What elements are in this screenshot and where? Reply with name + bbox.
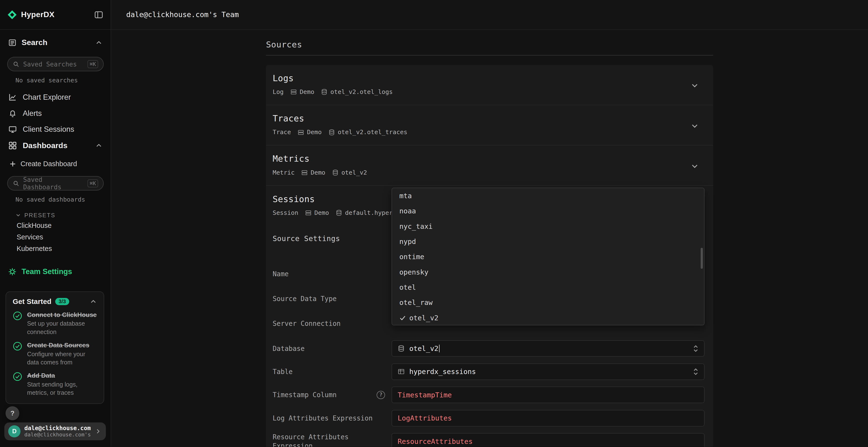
brand-name: HyperDX — [21, 10, 90, 19]
chevron-up-icon — [95, 39, 102, 46]
source-section-metrics[interactable]: Metrics Metric Demo otel_v2 — [266, 145, 713, 186]
dropdown-scrollbar[interactable] — [701, 248, 703, 269]
server-icon — [290, 89, 297, 95]
get-started-item[interactable]: Create Data Sources Configure where your… — [13, 341, 97, 367]
dropdown-option[interactable]: noaa — [392, 204, 704, 219]
connection-chip: Demo — [301, 169, 325, 176]
create-dashboard-label: Create Dashboard — [21, 160, 77, 168]
monitor-icon — [8, 125, 17, 134]
sidebar-item-alerts[interactable]: Alerts — [0, 105, 111, 122]
divider — [266, 55, 713, 56]
source-type: Trace — [273, 128, 291, 136]
check-circle-icon — [13, 341, 23, 367]
source-section-logs[interactable]: Logs Log Demo otel_v2.otel_logs — [266, 65, 713, 105]
preset-label: Kubernetes — [17, 245, 52, 253]
sidebar-collapse-icon[interactable] — [94, 10, 103, 19]
help-button[interactable]: ? — [5, 406, 19, 420]
dropdown-option[interactable]: mta — [392, 188, 704, 203]
search-icon — [13, 180, 20, 187]
sidebar-item-team-settings[interactable]: Team Settings — [0, 263, 111, 280]
dropdown-option[interactable]: otel_raw — [392, 295, 704, 310]
preset-label: ClickHouse — [17, 221, 52, 230]
log-attributes-value: LogAttributes — [398, 414, 452, 422]
option-label: otel_v2 — [409, 314, 438, 322]
server-icon — [305, 209, 312, 216]
source-title: Metrics — [273, 153, 705, 164]
server-icon — [298, 129, 304, 136]
gear-icon — [8, 268, 17, 276]
dropdown-option-selected[interactable]: otel_v2 — [392, 310, 704, 325]
sources-card: Logs Log Demo otel_v2.otel_logs — [266, 65, 713, 447]
get-started-header[interactable]: Get Started 3/3 — [13, 298, 97, 306]
dropdown-option[interactable]: ontime — [392, 249, 704, 265]
check-circle-icon — [13, 311, 23, 336]
search-section-icon — [8, 38, 17, 47]
connection-name: Demo — [314, 209, 329, 217]
no-saved-dashboards-text: No saved dashboards — [0, 196, 111, 203]
option-label: nypd — [399, 238, 416, 246]
nav-label: Client Sessions — [23, 125, 74, 134]
chevron-down-icon[interactable] — [690, 81, 699, 90]
get-started-item-title: Add Data — [27, 371, 97, 380]
saved-dashboards-input[interactable]: Saved Dashboards ⌘K — [7, 176, 104, 191]
get-started-progress-badge: 3/3 — [55, 298, 69, 305]
database-icon — [321, 89, 328, 95]
nav-label: Dashboards — [23, 141, 67, 150]
get-started-item-desc: Set up your database connection — [27, 319, 97, 336]
database-select[interactable]: otel_v2 — [392, 340, 704, 357]
table-select[interactable]: hyperdx_sessions — [392, 364, 704, 380]
chart-line-icon — [8, 93, 17, 102]
sidebar-item-services[interactable]: Services — [0, 231, 111, 243]
get-started-item[interactable]: Add Data Start sending logs, metrics, or… — [13, 371, 97, 397]
sidebar-item-clickhouse[interactable]: ClickHouse — [0, 220, 111, 231]
sidebar-item-chart-explorer[interactable]: Chart Explorer — [0, 89, 111, 105]
presets-toggle[interactable]: PRESETS — [0, 211, 111, 220]
option-label: opensky — [399, 268, 429, 276]
chevron-down-icon[interactable] — [690, 162, 699, 170]
saved-searches-input[interactable]: Saved Searches ⌘K — [7, 57, 104, 71]
hyperdx-logo-icon — [8, 10, 17, 19]
sidebar-item-kubernetes[interactable]: Kubernetes — [0, 243, 111, 254]
source-type: Session — [273, 209, 298, 217]
user-subtitle: dale@clickhouse.com's — [24, 432, 91, 438]
connection-chip: Demo — [290, 88, 314, 96]
field-label: Source Data Type — [273, 294, 337, 303]
select-chevrons-icon — [693, 344, 699, 353]
text-cursor — [439, 345, 439, 352]
field-label: Timestamp Column — [273, 390, 337, 399]
team-settings-label: Team Settings — [22, 267, 72, 276]
nav-label: Alerts — [23, 109, 42, 118]
chevron-down-icon[interactable] — [690, 122, 699, 130]
get-started-card: Get Started 3/3 Connect to ClickHouse Se… — [5, 291, 104, 404]
no-saved-searches-text: No saved searches — [0, 77, 111, 84]
database-dropdown: mta noaa nyc_taxi nypd ontime opensky ot… — [392, 187, 704, 325]
source-section-traces[interactable]: Traces Trace Demo otel_v2.otel_traces — [266, 105, 713, 145]
get-started-item-title: Create Data Sources — [27, 341, 97, 349]
log-attributes-input[interactable]: LogAttributes — [392, 410, 704, 426]
option-label: noaa — [399, 207, 416, 215]
sidebar-item-dashboards[interactable]: Dashboards — [0, 138, 111, 153]
form-row-timestamp-column: Timestamp Column ? TimestampTime — [273, 386, 705, 403]
dropdown-option[interactable]: nyc_taxi — [392, 219, 704, 234]
sidebar-item-client-sessions[interactable]: Client Sessions — [0, 122, 111, 138]
get-started-item-title: Connect to ClickHouse — [27, 311, 97, 319]
source-type: Log — [273, 88, 284, 96]
saved-searches-placeholder: Saved Searches — [23, 61, 84, 68]
dropdown-option[interactable]: nypd — [392, 234, 704, 249]
dropdown-option[interactable]: opensky — [392, 265, 704, 280]
field-label: Log Attributes Expression — [273, 414, 373, 423]
get-started-item[interactable]: Connect to ClickHouse Set up your databa… — [13, 311, 97, 336]
help-icon[interactable]: ? — [377, 391, 385, 399]
field-label: Database — [273, 344, 305, 353]
table-grid-icon — [398, 368, 405, 375]
sidebar-section-search[interactable]: Search — [0, 30, 111, 56]
table-name: otel_v2.otel_logs — [330, 88, 393, 96]
search-icon — [13, 61, 20, 68]
user-name: dale@clickhouse.com — [24, 425, 91, 432]
timestamp-column-input[interactable]: TimestampTime — [392, 386, 704, 403]
create-dashboard-button[interactable]: Create Dashboard — [0, 156, 111, 172]
sidebar: HyperDX Search Saved Searches ⌘K No save… — [0, 0, 111, 447]
dropdown-option[interactable]: otel — [392, 280, 704, 295]
user-menu[interactable]: D dale@clickhouse.com dale@clickhouse.co… — [4, 422, 105, 440]
resource-attributes-input[interactable]: ResourceAttributes — [392, 433, 704, 447]
